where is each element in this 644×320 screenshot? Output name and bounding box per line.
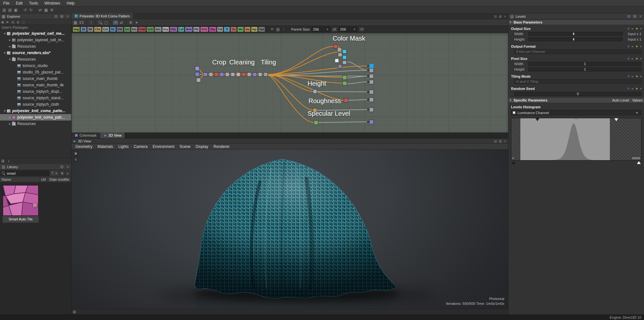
tree-item[interactable]: ▾ polyester_knit_coma_patte...	[0, 108, 71, 114]
node-type-inc[interactable]: Inc	[244, 27, 251, 32]
reset-icon[interactable]	[626, 26, 630, 31]
function-icon[interactable]	[635, 74, 639, 78]
parent-width-select[interactable]: 256	[312, 27, 330, 32]
reset-icon[interactable]	[626, 44, 630, 48]
close-icon[interactable]	[503, 139, 507, 144]
redo-icon[interactable]	[28, 7, 34, 13]
annotation-icon[interactable]	[73, 157, 78, 162]
node-type-fxm[interactable]: FxM	[138, 27, 146, 32]
menu-icon[interactable]	[639, 74, 643, 78]
node-type-bk[interactable]: Bk	[87, 27, 93, 32]
random-seed-input[interactable]: 0	[514, 92, 641, 96]
3d-menu-geometry[interactable]: Geometry	[73, 144, 95, 150]
graph-settings-icon[interactable]	[128, 20, 134, 25]
output-height-slider[interactable]	[528, 37, 623, 41]
close-icon[interactable]	[638, 14, 643, 19]
values-button[interactable]: Values	[632, 98, 643, 102]
base-parameters-section[interactable]: ▾ Base Parameters	[508, 19, 644, 25]
library-column-name[interactable]: Name	[0, 177, 40, 182]
node-type-lvl[interactable]: Lvl	[178, 27, 184, 32]
tab-3d-view[interactable]: 3D View	[100, 132, 125, 138]
menu-tools[interactable]: Tools	[26, 0, 41, 6]
function-icon[interactable]	[635, 44, 639, 48]
expand-arrow-icon[interactable]: ▸	[8, 38, 12, 42]
menu-help[interactable]: Help	[63, 0, 78, 6]
reset-icon[interactable]	[626, 56, 630, 61]
maximize-icon[interactable]	[498, 14, 503, 19]
menu-icon[interactable]	[639, 26, 643, 31]
zoom-icon[interactable]	[98, 20, 103, 25]
undock-icon[interactable]	[59, 164, 65, 170]
3d-menu-camera[interactable]: Camera	[131, 144, 150, 150]
node-type-cur[interactable]: Cur	[102, 27, 109, 32]
node-type-gry[interactable]: Gry	[162, 27, 169, 32]
expand-arrow-icon[interactable]: ▸	[8, 122, 12, 125]
new-file-icon[interactable]	[1, 7, 7, 13]
tab-colormask[interactable]: Colormask	[71, 132, 100, 138]
close-icon[interactable]	[65, 14, 71, 19]
node-type-img[interactable]: Img	[73, 27, 80, 32]
expand-arrow-icon[interactable]: ▾	[8, 58, 12, 61]
levels-histogram[interactable]: 0 65535	[511, 118, 641, 160]
tree-item[interactable]: ▸ Resources	[0, 43, 71, 50]
levels-mid-handle[interactable]	[574, 118, 578, 121]
expand-arrow-icon[interactable]: ▾	[3, 32, 7, 35]
3d-viewport[interactable]: Photoreal Iterations: 500/500 Time: 1m0s…	[71, 150, 508, 309]
expand-arrow-icon[interactable]: ▾	[3, 51, 7, 54]
node-type-inp[interactable]: Inp	[251, 27, 258, 32]
favorites-button[interactable]	[60, 170, 65, 176]
menu-icon[interactable]	[639, 86, 643, 91]
expand-icon[interactable]	[630, 56, 635, 61]
expand-icon[interactable]	[630, 86, 635, 91]
menu-windows[interactable]: Windows	[41, 0, 63, 6]
3d-menu-renderer[interactable]: Renderer	[211, 144, 232, 150]
frame-all-icon[interactable]	[103, 20, 109, 25]
info-icon[interactable]	[88, 20, 94, 25]
node-type-out[interactable]: Out	[258, 27, 265, 32]
expand-icon[interactable]	[630, 74, 635, 78]
tree-item[interactable]: ▸ Resources	[0, 121, 71, 127]
maximize-icon[interactable]	[59, 14, 65, 19]
tree-item[interactable]: ▾ Resources	[0, 56, 71, 63]
reset-icon[interactable]	[626, 74, 630, 78]
collapse-all-icon[interactable]	[21, 20, 26, 24]
3d-menu-display[interactable]: Display	[193, 144, 211, 150]
tree-item[interactable]: source_main_thumb_4k	[0, 82, 71, 88]
tree-item[interactable]: ▾ source_renders.sbs*	[0, 50, 71, 56]
show-graph-icon[interactable]	[71, 309, 77, 315]
tree-item[interactable]: source_main_thumb	[0, 75, 71, 82]
3d-menu-scene[interactable]: Scene	[177, 144, 193, 150]
library-item[interactable]: Smart Auto Tile	[3, 185, 39, 223]
node-type-nrm[interactable]: Nrm	[185, 27, 193, 32]
reset-icon[interactable]	[626, 86, 630, 91]
save-icon[interactable]	[13, 7, 19, 13]
levels-high-handle[interactable]	[614, 118, 618, 121]
output-width-slider[interactable]	[528, 32, 623, 36]
expand-arrow-icon[interactable]: ▾	[3, 109, 7, 112]
grid-snap-icon[interactable]	[72, 20, 78, 25]
tree-item[interactable]: studio_05_glazed_pat...	[0, 69, 71, 75]
more-icon[interactable]	[281, 26, 287, 32]
expand-icon[interactable]	[630, 44, 635, 48]
channel-select[interactable]: Luminance Channel	[511, 110, 641, 115]
node-graph-canvas[interactable]: Crop Cleaning Tiling Color Mask Height R…	[71, 33, 508, 132]
pixel-width-input[interactable]: 1	[528, 62, 641, 66]
text-filter-button[interactable]	[50, 170, 59, 176]
zoom-actual-button[interactable]: 1:1	[78, 21, 85, 24]
undock-icon[interactable]	[53, 14, 59, 19]
undock-icon[interactable]	[493, 139, 498, 144]
node-type-dst[interactable]: Dst	[124, 27, 131, 32]
chevron-down-icon[interactable]	[134, 20, 139, 25]
close-icon[interactable]	[65, 164, 71, 170]
3d-menu-materials[interactable]: Materials	[95, 144, 116, 150]
library-column-url[interactable]: Url	[40, 177, 48, 182]
library-search-input[interactable]	[1, 170, 49, 176]
3d-menu-lights[interactable]: Lights	[116, 144, 131, 150]
close-icon[interactable]	[503, 14, 507, 19]
tree-item[interactable]: source_triptych_displ...	[0, 88, 71, 95]
node-type-plx[interactable]: Plx	[193, 27, 200, 32]
node-type-shp[interactable]: Shp	[209, 27, 216, 32]
parent-height-select[interactable]: 256	[339, 27, 357, 32]
view-mode-icon[interactable]	[10, 20, 15, 24]
menu-icon[interactable]	[639, 44, 643, 48]
